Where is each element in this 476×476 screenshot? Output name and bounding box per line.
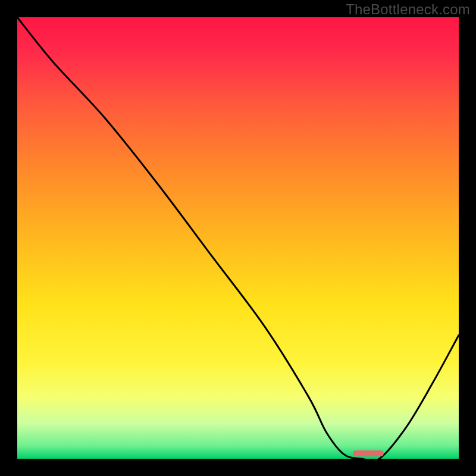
chart-svg bbox=[17, 17, 459, 459]
watermark-text: TheBottleneck.com bbox=[346, 1, 470, 18]
chart-frame: TheBottleneck.com bbox=[0, 0, 476, 476]
chart-plot-area bbox=[17, 17, 459, 459]
chart-background-gradient bbox=[17, 17, 459, 459]
optimal-range-marker bbox=[353, 450, 384, 456]
